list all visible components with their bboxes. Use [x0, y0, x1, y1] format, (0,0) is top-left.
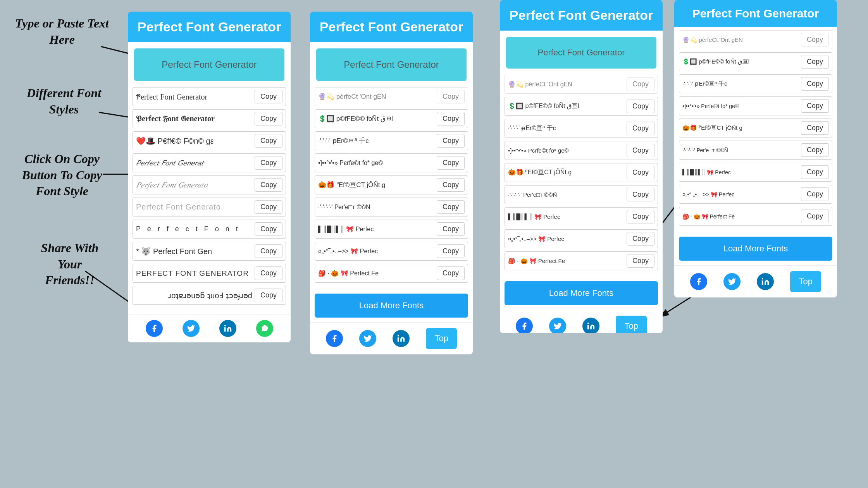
copy-button[interactable]: Copy: [255, 178, 282, 192]
copy-button[interactable]: Copy: [801, 165, 829, 179]
copy-button[interactable]: Copy: [437, 266, 465, 280]
annotation-share-left: Share WithYourFriends!!: [19, 240, 120, 289]
font-row: 🎒 · 🎃 🎀 Perfect Fe Copy: [315, 264, 468, 283]
facebook-icon-3[interactable]: [516, 318, 533, 333]
font-row: ▌║█║▌║ 🎀 Perfec Copy: [505, 207, 658, 226]
font-text: ▌║█║▌║ 🎀 Perfec: [318, 225, 434, 233]
copy-button[interactable]: Copy: [255, 289, 282, 302]
text-input-area-3[interactable]: Perfect Font Generator: [506, 37, 656, 69]
font-text: 🎒 · 🎃 🎀 Perfect Fe: [508, 258, 624, 265]
svg-point-8: [587, 323, 589, 324]
copy-button[interactable]: Copy: [801, 55, 829, 69]
panel-right: Perfect Font Generator Perfect Font Gene…: [310, 12, 473, 354]
font-row: ¤„•°‾„•..–>> 🎀 Perfec Copy: [505, 229, 658, 248]
facebook-icon-2[interactable]: [326, 330, 343, 347]
copy-button[interactable]: Copy: [801, 33, 829, 46]
panel-r2-title: Perfect Font Generator: [506, 8, 656, 23]
linkedin-icon-4[interactable]: [757, 273, 774, 290]
copy-button[interactable]: Copy: [437, 112, 465, 125]
copy-button[interactable]: Copy: [255, 200, 282, 214]
text-input-area[interactable]: Perfect Font Generator: [134, 48, 284, 81]
font-list-r3: 🔮💫 pèrfeCt 'Ont gEN Copy 💲🔲 p©fFE©© foÑt…: [674, 27, 837, 234]
svg-point-9: [762, 278, 763, 280]
panel-right2: Perfect Font Generator Perfect Font Gene…: [500, 0, 663, 333]
font-text: ·'·'·'·' ᵽEr©亘ª 千c: [508, 124, 624, 132]
linkedin-icon[interactable]: [219, 320, 236, 337]
copy-button[interactable]: Copy: [627, 254, 654, 268]
font-text: P e r f e c t F o n t: [136, 225, 252, 233]
font-list-right: 🔮💫 pèrfeCt 'Ont gEN Copy 💲🔲 p©fFE©© foÑt…: [310, 87, 473, 290]
svg-point-7: [398, 335, 399, 337]
copy-button[interactable]: Copy: [627, 188, 654, 201]
font-text: ▌║█║▌║ 🎀 Perfec: [682, 169, 799, 175]
load-more-button-3[interactable]: Load More Fonts: [679, 237, 832, 261]
font-row-partial-r2: 🔮💫 pèrfeCt 'Ont gEN Copy: [505, 75, 658, 94]
top-button[interactable]: Top: [426, 328, 456, 349]
copy-button[interactable]: Copy: [437, 156, 465, 170]
copy-button[interactable]: Copy: [255, 222, 282, 236]
top-button-3[interactable]: Top: [790, 271, 821, 292]
font-text: ·'·'·'·' ᵽEr©亘ª 千c: [318, 136, 434, 145]
copy-button[interactable]: Copy: [255, 112, 282, 125]
twitter-icon-4[interactable]: [723, 273, 741, 290]
copy-button[interactable]: Copy: [627, 232, 654, 246]
twitter-icon-2[interactable]: [359, 330, 376, 347]
font-text: 💲🔲 p©fFE©© foÑt ق亘l: [318, 114, 434, 123]
copy-button[interactable]: Copy: [437, 134, 465, 148]
facebook-icon-4[interactable]: [690, 273, 707, 290]
facebook-icon[interactable]: [146, 320, 163, 337]
copy-button[interactable]: Copy: [801, 121, 829, 135]
input-text-3: Perfect Font Generator: [538, 48, 625, 57]
copy-button[interactable]: Copy: [627, 122, 654, 135]
copy-button[interactable]: Copy: [437, 244, 465, 258]
copy-button[interactable]: Copy: [801, 143, 829, 157]
copy-button[interactable]: Copy: [627, 77, 654, 91]
linkedin-icon-3[interactable]: [582, 318, 599, 333]
copy-button[interactable]: Copy: [437, 222, 465, 236]
twitter-icon-3[interactable]: [549, 318, 566, 333]
input-text: Perfect Font Generator: [162, 59, 257, 70]
copy-button[interactable]: Copy: [801, 187, 829, 201]
font-row: 🎒 · 🎃 🎀 Perfect Fe Copy: [505, 251, 658, 270]
twitter-icon[interactable]: [183, 320, 200, 337]
copy-button[interactable]: Copy: [627, 100, 654, 113]
panel-left: Perfect Font Generator Perfect Font Gene…: [128, 12, 291, 342]
whatsapp-icon[interactable]: [256, 320, 273, 337]
font-text: •]••°•'•» Рєrfе©t fo* gе©: [682, 103, 799, 109]
font-text: * 🐺 Perfect Font Gen: [136, 247, 252, 256]
font-row: 𝔓erfect 𝔉ont 𝔊enerator Copy: [133, 109, 286, 128]
social-bar-r3: Top: [674, 265, 837, 297]
copy-button[interactable]: Copy: [627, 210, 654, 223]
load-more-button[interactable]: Load More Fonts: [315, 294, 468, 318]
font-text: ¤„•°‾„•..–>> 🎀 Perfec: [508, 235, 624, 242]
copy-button[interactable]: Copy: [801, 77, 829, 91]
text-input-area-2[interactable]: Perfect Font Generator: [316, 48, 467, 81]
font-text: 💲🔲 p©fFE©© foÑt ق亘l: [682, 58, 799, 65]
copy-button[interactable]: Copy: [627, 166, 654, 179]
copy-button[interactable]: Copy: [437, 178, 465, 192]
load-more-button-2[interactable]: Load More Fonts: [505, 281, 658, 305]
font-text: 🎃🎁 ᴾEf©亘CT jÕÑt g: [508, 168, 624, 177]
font-text: •]••°•'•» Рєrfе©t fo* gе©: [318, 160, 434, 167]
font-text: 💲🔲 p©fFE©© foÑt ق亘l: [508, 102, 624, 110]
font-row: 🎃🎁 ᴾEf©亘CT jÕÑt g Copy: [505, 163, 658, 182]
copy-button[interactable]: Copy: [255, 134, 282, 148]
copy-button[interactable]: Copy: [255, 90, 282, 103]
font-row: ·'·'·'·'·' Реr'е□т ©©Ñ Copy: [315, 198, 468, 217]
font-text: 🎃🎁 ᴾEf©亘CT jÕÑt g: [318, 180, 434, 189]
copy-button[interactable]: Copy: [255, 244, 282, 258]
copy-button[interactable]: Copy: [255, 266, 282, 280]
font-row: 💲🔲 p©fFE©© foÑt ق亘l Copy: [505, 97, 658, 116]
copy-button[interactable]: Copy: [437, 200, 465, 214]
top-button-2[interactable]: Top: [616, 316, 646, 333]
copy-button[interactable]: Copy: [801, 210, 829, 223]
copy-button[interactable]: Copy: [801, 99, 829, 113]
copy-button[interactable]: Copy: [627, 144, 654, 157]
copy-button[interactable]: Copy: [437, 90, 465, 103]
font-row: •]••°•'•» Рєrfе©t fo* gе© Copy: [679, 96, 832, 115]
copy-button[interactable]: Copy: [255, 156, 282, 170]
linkedin-icon-2[interactable]: [393, 330, 410, 347]
font-text: ¤„•°‾„•..–>> 🎀 Perfec: [318, 247, 434, 255]
font-row: ·'·'·'·' ᵽEr©亘ª 千c Copy: [505, 119, 658, 138]
annotation-different-fonts: Different FontStyles: [12, 85, 116, 117]
